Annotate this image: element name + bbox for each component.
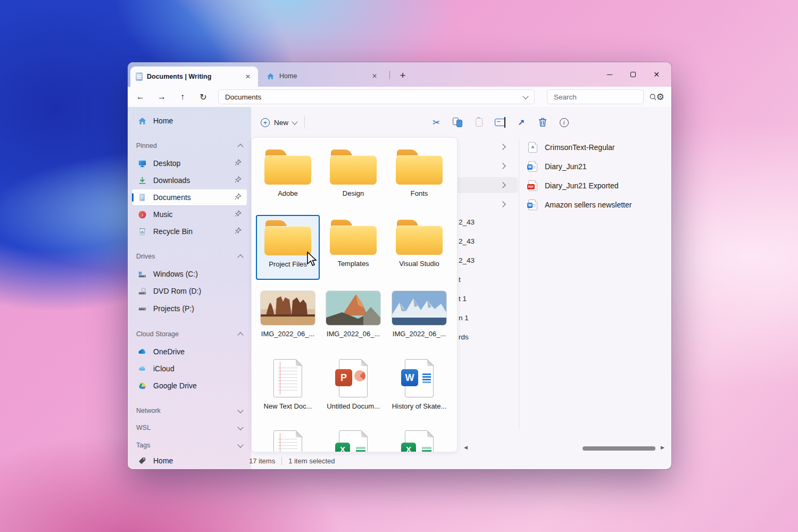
close-tab-icon[interactable]: ✕ <box>370 71 379 81</box>
section-header-tags[interactable]: Tags <box>136 439 243 451</box>
up-button[interactable]: ↑ <box>175 90 190 104</box>
sidebar-item-recycle-bin[interactable]: ♻ Recycle Bin <box>132 223 247 239</box>
sidebar-item-documents[interactable]: Documents <box>132 189 247 205</box>
settings-gear-icon[interactable]: ⚙ <box>652 89 668 104</box>
file-row[interactable]: PDF Diary_Jun21 Exported <box>523 177 668 195</box>
chevron-right-icon[interactable] <box>500 182 505 188</box>
chevron-right-icon[interactable] <box>500 163 505 169</box>
image-tile[interactable]: IMG_2022_06_... <box>256 288 320 338</box>
back-button[interactable]: ← <box>133 90 148 104</box>
address-bar[interactable]: Documents <box>218 89 535 104</box>
pdf-file-icon: PDF <box>528 180 537 191</box>
home-tab-icon <box>265 71 275 81</box>
chevron-right-icon[interactable] <box>500 201 505 207</box>
chevron-down-icon[interactable] <box>237 442 243 447</box>
truncated-file-name[interactable]: 2_43 <box>459 256 475 264</box>
sidebar-item-dvd-d[interactable]: DVD Rom (D:) <box>132 283 247 299</box>
scroll-left-arrow[interactable]: ◀ <box>464 445 468 450</box>
chevron-down-icon[interactable] <box>522 93 528 99</box>
scroll-right-arrow[interactable]: ▶ <box>661 445 664 450</box>
sidebar-item-music[interactable]: ♪ Music <box>132 206 247 222</box>
new-tab-button[interactable]: + <box>395 68 411 83</box>
folder-icon <box>264 220 311 255</box>
folder-tile-adobe[interactable]: Adobe <box>256 145 320 197</box>
selection-count: 1 item selected <box>288 457 335 465</box>
file-row[interactable]: W Diary_Jun21 <box>523 157 668 176</box>
folder-tile-fonts[interactable]: Fonts <box>387 145 451 197</box>
document-tile-text-partial[interactable] <box>256 428 320 452</box>
sidebar-item-projects-p[interactable]: Projects (P:) <box>132 301 247 317</box>
sidebar-item-downloads[interactable]: Downloads <box>132 172 247 188</box>
cut-button[interactable]: ✂ <box>427 113 445 131</box>
sidebar-item-home[interactable]: Home <box>132 113 247 129</box>
properties-button[interactable]: i <box>555 113 573 131</box>
document-tile-excel-partial[interactable]: X <box>321 428 385 452</box>
sidebar-item-tag-home[interactable]: Home <box>132 453 247 469</box>
sidebar-item-windows-c[interactable]: Windows (C:) <box>132 266 247 282</box>
section-header-pinned[interactable]: Pinned <box>136 140 243 152</box>
minimize-button[interactable]: ─ <box>598 65 621 84</box>
tab-label: Documents | Writing <box>147 73 239 80</box>
tab-documents-writing[interactable]: Documents | Writing ✕ <box>130 66 258 87</box>
document-tile-text[interactable]: New Text Doc... <box>256 357 320 410</box>
chevron-up-icon[interactable] <box>237 144 243 149</box>
truncated-file-name[interactable]: n 1 <box>459 314 469 322</box>
search-box[interactable] <box>547 89 644 104</box>
excel-file-icon: X <box>339 430 368 452</box>
chevron-up-icon[interactable] <box>237 254 243 260</box>
file-name: Diary_Jun21 <box>545 162 587 171</box>
sidebar-item-label: Home <box>153 117 242 125</box>
excel-file-icon: X <box>405 430 434 452</box>
folder-tile-design[interactable]: Design <box>321 145 385 197</box>
rename-icon <box>495 119 505 126</box>
document-tile-powerpoint[interactable]: P Untitled Docum... <box>321 357 385 410</box>
document-tile-word[interactable]: W History of Skate... <box>387 357 451 410</box>
file-row[interactable]: A CrimsonText-Regular <box>523 138 668 156</box>
horizontal-scrollbar-thumb[interactable] <box>583 446 655 451</box>
rename-button[interactable] <box>491 113 509 131</box>
sidebar-item-onedrive[interactable]: OneDrive <box>132 344 247 360</box>
share-button[interactable]: ↗ <box>512 113 530 131</box>
section-label: Pinned <box>136 142 157 149</box>
image-tile[interactable]: IMG_2022_06_... <box>321 288 385 338</box>
chevron-down-icon[interactable] <box>237 424 243 430</box>
chevron-up-icon[interactable] <box>237 332 243 338</box>
truncated-file-name[interactable]: 2_43 <box>459 237 475 245</box>
paste-button[interactable] <box>470 113 488 131</box>
section-header-drives[interactable]: Drives <box>136 251 243 262</box>
section-header-cloud-storage[interactable]: Cloud Storage <box>136 328 243 340</box>
truncated-file-name[interactable]: rds <box>459 333 469 341</box>
chevron-right-icon[interactable] <box>500 144 505 149</box>
section-header-network[interactable]: Network <box>136 405 243 417</box>
sidebar-item-label: Windows (C:) <box>153 270 242 278</box>
forward-button[interactable]: → <box>154 90 169 104</box>
file-row[interactable]: W Amazon sellers newsletter <box>523 196 668 214</box>
image-tile[interactable]: IMG_2022_06_... <box>387 288 451 338</box>
search-input[interactable] <box>554 93 648 101</box>
section-header-wsl[interactable]: WSL <box>136 422 243 434</box>
new-button[interactable]: + New <box>254 113 303 131</box>
drive-windows-icon <box>137 269 147 279</box>
sidebar-item-desktop[interactable]: Desktop <box>132 155 247 171</box>
new-button-label: New <box>274 119 288 127</box>
truncated-file-name[interactable]: t 1 <box>459 295 467 303</box>
delete-button[interactable] <box>534 113 552 131</box>
truncated-file-name[interactable]: 2_43 <box>459 218 475 226</box>
sidebar-item-google-drive[interactable]: Google Drive <box>132 378 247 394</box>
close-button[interactable]: ✕ <box>645 65 668 84</box>
chevron-down-icon[interactable] <box>237 407 243 413</box>
folder-tile-project-files-selected[interactable]: Project Files <box>256 215 320 280</box>
tag-icon <box>137 456 147 466</box>
copy-button[interactable] <box>448 113 467 131</box>
file-name: CrimsonText-Regular <box>545 143 614 152</box>
maximize-button[interactable] <box>621 65 645 84</box>
document-tile-excel-partial[interactable]: X <box>387 428 451 452</box>
close-tab-icon[interactable]: ✕ <box>243 72 253 81</box>
file-explorer-window: Documents | Writing ✕ Home ✕ + ─ ✕ ← → ↑… <box>128 62 671 469</box>
folder-tile-visual-studio[interactable]: Visual Studio <box>387 215 451 268</box>
sidebar-item-icloud[interactable]: iCloud <box>132 361 247 377</box>
refresh-button[interactable]: ↻ <box>196 90 211 104</box>
folder-tile-templates[interactable]: Templates <box>321 215 385 268</box>
truncated-file-name[interactable]: t <box>459 276 461 284</box>
tab-home[interactable]: Home ✕ <box>260 68 385 85</box>
